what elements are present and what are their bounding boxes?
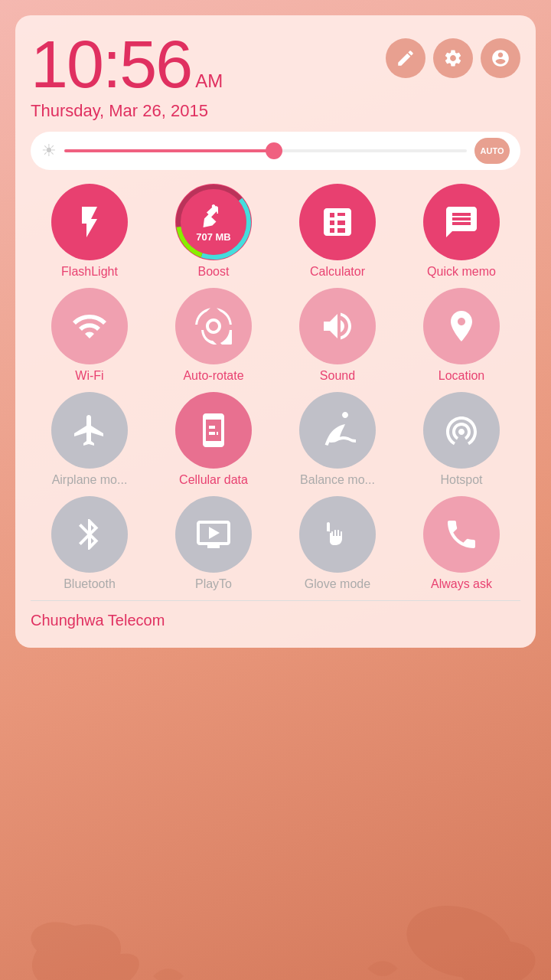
bluetooth-label: Bluetooth [64,577,116,591]
location-icon-circle [423,288,500,364]
playto-icon-circle [175,496,252,573]
top-icons [386,38,520,78]
date-display: Thursday, Mar 26, 2015 [31,101,223,121]
sound-icon-circle [299,288,376,364]
boost-label: Boost [198,265,230,279]
flashlight-icon-circle [51,184,128,260]
autorotate-label: Auto-rotate [183,369,243,383]
boost-broom-icon [200,202,227,230]
edit-button[interactable] [386,38,425,78]
carrier-text: Chunghwa Telecom [31,607,520,632]
alwaysask-label: Always ask [431,577,492,591]
brightness-low-icon: ☀ [41,141,57,161]
row1-grid: FlashLight 707 MB Boost [31,184,520,279]
row2-grid: Wi-Fi Auto-rotate Sound [31,288,520,383]
location-label: Location [439,369,485,383]
hotspot-icon-circle [423,392,500,469]
alwaysask-icon [443,516,480,553]
cellular-icon [195,412,232,449]
quickmemo-icon-circle [423,184,500,260]
cellular-label: Cellular data [179,473,248,487]
glovemode-icon-circle [299,496,376,573]
boost-inner: 707 MB [196,202,231,243]
flashlight-label: FlashLight [61,265,118,279]
quickmemo-label: Quick memo [427,265,496,279]
quickmemo-item[interactable]: Quick memo [403,184,520,279]
flashlight-icon [71,204,108,240]
calculator-item[interactable]: Calculator [279,184,396,279]
location-icon [443,308,480,345]
alwaysask-item[interactable]: Always ask [403,496,520,591]
wifi-label: Wi-Fi [75,369,103,383]
sound-label: Sound [320,369,355,383]
balance-label: Balance mo... [300,473,375,487]
playto-label: PlayTo [195,577,232,591]
boost-item[interactable]: 707 MB Boost [155,184,272,279]
glovemode-icon [319,516,356,553]
balance-item[interactable]: Balance mo... [279,392,396,487]
balance-icon-circle [299,392,376,469]
autorotate-icon [195,308,232,345]
main-panel: 10:56 AM Thursday, Mar 26, 2015 [15,15,536,648]
glovemode-item[interactable]: Glove mode [279,496,396,591]
cellular-icon-circle [175,392,252,469]
playto-icon [195,516,232,553]
hotspot-icon [443,412,480,449]
alwaysask-icon-circle [423,496,500,573]
brightness-slider[interactable] [64,149,467,152]
airplane-item[interactable]: Airplane mo... [31,392,148,487]
playto-item[interactable]: PlayTo [155,496,272,591]
airplane-label: Airplane mo... [52,473,128,487]
time-section: 10:56 AM Thursday, Mar 26, 2015 [31,31,223,121]
wifi-icon [71,308,108,345]
divider [31,600,520,601]
profile-button[interactable] [481,38,520,78]
brightness-auto-button[interactable]: AUTO [474,138,510,164]
calculator-icon-circle [299,184,376,260]
sound-item[interactable]: Sound [279,288,396,383]
time-ampm: AM [195,70,223,92]
calculator-label: Calculator [310,265,365,279]
wifi-icon-circle [51,288,128,364]
hotspot-item[interactable]: Hotspot [403,392,520,487]
time-display: 10:56 [31,31,191,98]
cellular-item[interactable]: Cellular data [155,392,272,487]
row4-grid: Bluetooth PlayTo Glove mode [31,496,520,591]
calculator-icon [319,204,356,240]
autorotate-item[interactable]: Auto-rotate [155,288,272,383]
header-row: 10:56 AM Thursday, Mar 26, 2015 [31,31,520,121]
quickmemo-icon [443,204,480,240]
bluetooth-icon [71,516,108,553]
row3-grid: Airplane mo... Cellular data Balance mo.… [31,392,520,487]
airplane-icon-circle [51,392,128,469]
settings-button[interactable] [433,38,473,78]
glovemode-label: Glove mode [305,577,370,591]
flashlight-item[interactable]: FlashLight [31,184,148,279]
sound-icon [319,308,356,345]
wifi-item[interactable]: Wi-Fi [31,288,148,383]
location-item[interactable]: Location [403,288,520,383]
bluetooth-item[interactable]: Bluetooth [31,496,148,591]
boost-icon-circle: 707 MB [175,184,252,260]
boost-mb-label: 707 MB [196,231,231,243]
airplane-icon [71,412,108,449]
bluetooth-icon-circle [51,496,128,573]
balance-icon [319,412,356,449]
brightness-row[interactable]: ☀ AUTO [31,132,520,170]
hotspot-label: Hotspot [440,473,482,487]
autorotate-icon-circle [175,288,252,364]
